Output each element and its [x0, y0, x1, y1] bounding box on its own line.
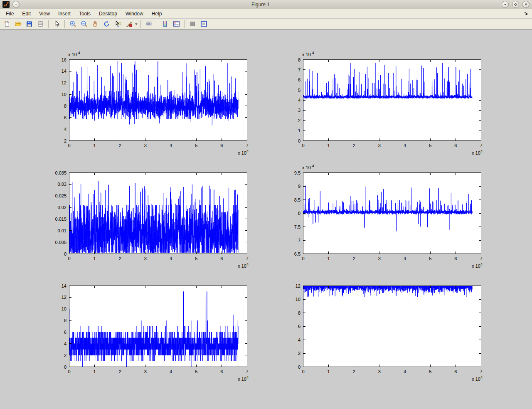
y-tick-label: 10	[62, 306, 66, 311]
x-tick-label: 5	[195, 369, 197, 374]
y-tick-label: 0.005	[55, 240, 66, 245]
x-tick-label: 0	[302, 143, 304, 148]
x-tick-label: 6	[454, 143, 457, 148]
toolbar-separator	[157, 20, 158, 28]
dock-figure-button[interactable]	[523, 11, 529, 17]
x-tick-label: 0	[302, 369, 304, 374]
y-axis-multiplier: x 10-4	[302, 164, 314, 170]
zoom-in-button[interactable]	[68, 19, 78, 29]
x-axis-multiplier: x 104	[238, 375, 249, 382]
open-file-button[interactable]	[13, 19, 23, 29]
hide-plot-tools-button[interactable]	[187, 19, 198, 29]
print-figure-button[interactable]	[35, 19, 46, 29]
toolbar-separator	[64, 20, 65, 28]
rotate-3d-button[interactable]	[101, 19, 112, 29]
subplot-4: 012345676.577.588.599.5x 10-4x 104	[303, 172, 481, 254]
x-tick-label: 1	[328, 256, 330, 261]
y-tick-label: 0	[64, 251, 66, 256]
menu-insert[interactable]: Insert	[54, 10, 75, 17]
y-tick-label: 6	[64, 330, 66, 335]
y-tick-label: 16	[62, 57, 66, 62]
y-tick-label: 10	[62, 92, 66, 97]
x-tick-label: 6	[220, 256, 223, 261]
y-axis-multiplier: x 10-4	[68, 51, 80, 57]
x-axis-multiplier: x 104	[238, 149, 249, 155]
new-figure-button[interactable]	[2, 19, 12, 29]
x-tick-label: 1	[328, 369, 330, 374]
plot-area[interactable]	[303, 59, 481, 141]
zoom-in-icon	[69, 20, 76, 27]
y-tick-label: 7	[298, 67, 300, 72]
save-floppy-icon	[26, 20, 33, 27]
x-tick-label: 1	[94, 143, 96, 148]
x-tick-label: 3	[144, 256, 147, 261]
insert-colorbar-button[interactable]	[160, 19, 170, 29]
subplot-3: 0123456700.0050.010.0150.020.0250.030.03…	[69, 172, 247, 254]
window-controls	[502, 1, 530, 8]
link-plot-button[interactable]	[144, 19, 154, 29]
plot-area[interactable]	[303, 172, 481, 254]
show-plot-tools-button[interactable]	[199, 19, 209, 29]
brush-button[interactable]	[124, 19, 134, 29]
plot-area[interactable]	[69, 59, 247, 141]
plot-area[interactable]	[69, 172, 247, 254]
x-tick-label: 5	[429, 256, 431, 261]
edit-plot-button[interactable]	[52, 19, 62, 29]
data-cursor-button[interactable]	[113, 19, 123, 29]
y-tick-label: 0.02	[58, 205, 66, 210]
caret-down-icon	[135, 22, 138, 26]
zoom-out-icon	[81, 20, 88, 27]
menu-edit[interactable]: Edit	[18, 10, 35, 17]
close-button[interactable]	[522, 1, 530, 8]
y-tick-label: 0.035	[55, 170, 66, 175]
maximize-button[interactable]	[512, 1, 519, 8]
window-menu-button[interactable]	[12, 1, 20, 8]
menu-desktop[interactable]: Desktop	[95, 10, 121, 17]
x-tick-label: 5	[195, 256, 197, 261]
x-tick-label: 1	[328, 143, 330, 148]
subplot-2: 01234567012345678x 10-4x 104	[303, 59, 481, 141]
y-tick-label: 7.5	[294, 224, 300, 229]
y-tick-label: 6	[64, 115, 66, 120]
y-tick-label: 1	[298, 128, 300, 133]
x-tick-label: 7	[480, 256, 482, 261]
y-tick-label: 2	[64, 138, 66, 143]
shade-button[interactable]	[502, 1, 509, 8]
plot-tools-dock-icon	[200, 20, 207, 27]
subplot-5: 0123456702468101214x 104	[69, 286, 247, 367]
zoom-out-button[interactable]	[79, 19, 89, 29]
x-tick-label: 5	[429, 143, 431, 148]
x-tick-label: 0	[68, 143, 70, 148]
y-tick-label: 4	[64, 341, 66, 346]
pan-button[interactable]	[90, 19, 101, 29]
y-axis-multiplier: x 10-4	[302, 51, 314, 57]
x-tick-label: 7	[246, 369, 248, 374]
menu-file[interactable]: File	[2, 10, 18, 17]
menu-view[interactable]: View	[35, 10, 54, 17]
x-tick-label: 5	[195, 143, 197, 148]
matlab-logo-icon	[2, 1, 10, 8]
colorbar-icon	[162, 20, 169, 27]
brush-options-button[interactable]	[135, 19, 138, 29]
insert-legend-button[interactable]	[171, 19, 182, 29]
menu-window[interactable]: Window	[121, 10, 148, 17]
y-tick-label: 8	[64, 318, 66, 323]
x-tick-label: 7	[480, 143, 482, 148]
plot-area[interactable]	[303, 286, 481, 367]
x-tick-label: 4	[404, 143, 406, 148]
y-tick-label: 2	[64, 353, 66, 358]
x-tick-label: 2	[119, 256, 121, 261]
link-chain-icon	[145, 20, 153, 27]
title-bar: Figure 1	[0, 0, 532, 9]
y-tick-label: 9.5	[294, 170, 300, 175]
menu-tools[interactable]: Tools	[75, 10, 95, 17]
x-tick-label: 3	[144, 369, 147, 374]
x-tick-label: 3	[144, 143, 147, 148]
save-figure-button[interactable]	[24, 19, 34, 29]
x-tick-label: 2	[119, 369, 121, 374]
menu-help[interactable]: Help	[148, 10, 166, 17]
y-tick-label: 6	[298, 77, 300, 82]
rotate-3d-icon	[103, 20, 110, 27]
plot-area[interactable]	[69, 286, 247, 367]
x-axis-multiplier: x 104	[472, 149, 483, 155]
